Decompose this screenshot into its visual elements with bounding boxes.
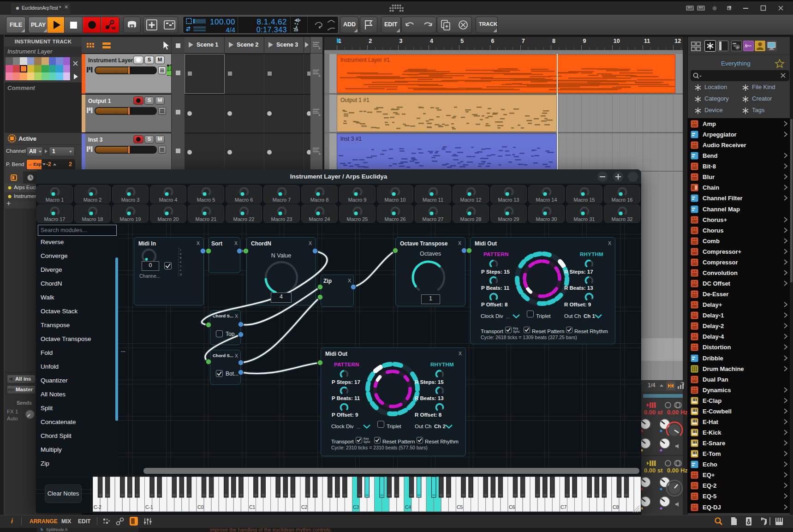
svg-text:C-1: C-1 — [145, 504, 153, 510]
svg-text:C4: C4 — [405, 504, 411, 510]
svg-text:C3: C3 — [353, 504, 359, 510]
svg-text:C1: C1 — [249, 504, 256, 510]
svg-text:C2: C2 — [301, 504, 308, 510]
svg-text:w: w — [111, 25, 115, 30]
svg-text:C6: C6 — [509, 504, 515, 510]
svg-text:C0: C0 — [197, 504, 204, 510]
svg-text:C-2: C-2 — [94, 504, 101, 510]
svg-text:C5: C5 — [457, 504, 463, 510]
svg-text:C7: C7 — [560, 504, 567, 510]
svg-text:P: P — [737, 46, 739, 50]
svg-text:C8: C8 — [613, 504, 619, 510]
